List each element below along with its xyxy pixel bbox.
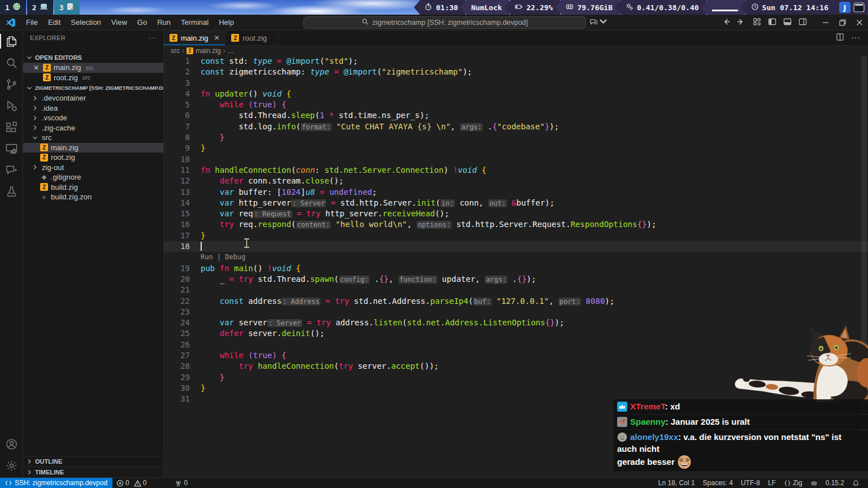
close-button[interactable]: [851, 15, 868, 30]
breadcrumb[interactable]: src›Zmain.zig›…: [164, 46, 868, 56]
activity-run-debug[interactable]: [0, 95, 23, 116]
status-language-mode[interactable]: Zig: [780, 478, 806, 488]
line-number: 28: [164, 361, 190, 372]
explorer-title: EXPLORER: [30, 34, 66, 41]
tree-item-.zig-cache[interactable]: .zig-cache: [23, 123, 163, 133]
minimize-button[interactable]: [817, 15, 834, 30]
remote-explorer-icon: [5, 142, 18, 155]
chevron-right-icon: [31, 114, 39, 122]
activity-settings[interactable]: [0, 455, 23, 476]
code-line-21: 21: [164, 285, 868, 295]
terminal-tray-icon[interactable]: [853, 2, 865, 13]
breadcrumb-item[interactable]: src: [171, 47, 180, 55]
line-number: 1: [164, 56, 190, 67]
explorer-more-actions-icon[interactable]: ···: [149, 34, 157, 41]
module-memory: 79.76GiB: [555, 0, 620, 15]
breadcrumb-item[interactable]: …: [228, 47, 235, 55]
menu-terminal[interactable]: Terminal: [176, 16, 214, 29]
line-number: 3: [164, 78, 190, 89]
editor-more-actions-icon[interactable]: ···: [851, 33, 860, 43]
tree-item-src[interactable]: src: [23, 133, 163, 143]
text-caret: [201, 242, 202, 251]
menu-edit[interactable]: Edit: [43, 16, 66, 29]
timer-icon: [424, 3, 432, 12]
breadcrumb-item[interactable]: main.zig: [196, 47, 221, 55]
menu-selection[interactable]: Selection: [66, 16, 106, 29]
tab-close-icon[interactable]: ✕: [214, 34, 219, 42]
restore-button[interactable]: [834, 15, 851, 30]
module-numlock-text: NumLock: [471, 3, 502, 12]
activity-chat[interactable]: [0, 159, 23, 181]
timeline-section[interactable]: TIMELINE: [23, 467, 163, 477]
command-center-search[interactable]: zigmetricschamp [SSH: zigmetricschamp.de…: [303, 16, 586, 29]
open-editor-main.zig[interactable]: ✕Zmain.zigsrc: [23, 63, 163, 73]
menu-view[interactable]: View: [106, 16, 132, 29]
problems-indicator[interactable]: 0 0: [112, 478, 150, 488]
open-editors-header[interactable]: OPEN EDITORS: [23, 52, 163, 63]
tree-item-.devcontainer[interactable]: .devcontainer: [23, 93, 163, 103]
status-encoding[interactable]: UTF-8: [737, 478, 764, 488]
tree-item-build.zig[interactable]: Zbuild.zig: [23, 182, 163, 193]
toggle-sidebar-icon[interactable]: [768, 18, 776, 28]
chevron-right-icon: [31, 94, 39, 102]
open-editor-root.zig[interactable]: Zroot.zigsrc: [23, 73, 163, 83]
project-root-header[interactable]: ZIGMETRICSCHAMP [SSH: ZIGMETRICSCHAMP.DE…: [23, 82, 163, 93]
split-editor-icon[interactable]: [836, 33, 844, 43]
tree-item-.gitignore[interactable]: ◆.gitignore: [23, 172, 163, 182]
activity-explorer[interactable]: [0, 30, 23, 52]
remote-indicator[interactable]: SSH: zigmetricschamp.devpod: [0, 478, 112, 488]
status-eol[interactable]: LF: [764, 478, 780, 488]
menu-file[interactable]: File: [21, 16, 43, 29]
copilot-chat-button[interactable]: [589, 18, 607, 26]
jdownloader-tray-icon[interactable]: J: [839, 2, 850, 13]
tree-item-main.zig[interactable]: Zmain.zig: [23, 143, 163, 153]
code-line-22: 22 const address: Address = try std.net.…: [164, 296, 868, 307]
tree-item-.idea[interactable]: .idea: [23, 103, 163, 114]
activity-source-control[interactable]: [0, 73, 23, 95]
tree-item-.vscode[interactable]: .vscode: [23, 113, 163, 123]
forward-icon[interactable]: [736, 18, 745, 28]
customize-layout-icon[interactable]: [753, 18, 761, 28]
tab-root.zig[interactable]: Zroot.zig: [225, 30, 279, 45]
activity-testing[interactable]: [0, 181, 23, 202]
tree-item-root.zig[interactable]: Zroot.zig: [23, 152, 163, 163]
line-number: 30: [164, 383, 190, 394]
toggle-secondary-sidebar-icon[interactable]: [798, 18, 807, 28]
activity-search[interactable]: [0, 52, 23, 73]
testing-icon: [5, 185, 18, 198]
workspace-1[interactable]: 1: [0, 0, 26, 15]
tree-item-zig-out[interactable]: zig-out: [23, 163, 163, 173]
menu-run[interactable]: Run: [152, 16, 176, 29]
status-zig-version[interactable]: 0.15.2: [822, 478, 848, 488]
project-root-label: ZIGMETRICSCHAMP [SSH: ZIGMETRICSCHAMP.DE…: [35, 85, 163, 91]
battery-icon: [515, 3, 523, 12]
ports-indicator[interactable]: 0: [171, 478, 192, 488]
toggle-panel-icon[interactable]: [783, 18, 792, 28]
tree-item-label: root.zig: [51, 153, 75, 162]
activity-extensions[interactable]: [0, 116, 23, 138]
line-number: 7: [164, 121, 190, 132]
outline-section[interactable]: OUTLINE: [23, 456, 163, 467]
calico-cat-overlay: [732, 323, 868, 402]
close-editor-icon[interactable]: ✕: [32, 64, 40, 72]
activity-accounts[interactable]: [0, 433, 23, 455]
status-indentation[interactable]: Spaces: 4: [699, 478, 737, 488]
line-number: 17: [164, 230, 190, 241]
chat-colon: :: [678, 432, 683, 442]
status-cursor-position[interactable]: Ln 18, Col 1: [654, 478, 699, 488]
tree-item-build.zig.zon[interactable]: ≡build.zig.zon: [23, 192, 163, 202]
explorer-sidebar: EXPLORER ··· OPEN EDITORS✕Zmain.zigsrcZr…: [23, 30, 164, 477]
open-editor-path: src: [85, 64, 94, 71]
module-timer-text: 01:30: [436, 3, 458, 12]
back-icon[interactable]: [722, 18, 731, 28]
code-line-7: 7 std.log.info(format: "Cute CHAT AYAYA …: [164, 121, 868, 132]
menu-go[interactable]: Go: [132, 16, 152, 29]
workspace-3[interactable]: 3: [54, 0, 80, 15]
activity-remote-explorer[interactable]: [0, 138, 23, 159]
status-copilot[interactable]: [806, 478, 822, 488]
menu-help[interactable]: Help: [214, 16, 239, 29]
workspace-2[interactable]: 2: [27, 0, 53, 15]
code-lens-run-debug[interactable]: Run | Debug: [164, 252, 868, 263]
tab-main.zig[interactable]: Zmain.zig✕: [164, 30, 225, 45]
status-notifications[interactable]: [848, 478, 863, 488]
